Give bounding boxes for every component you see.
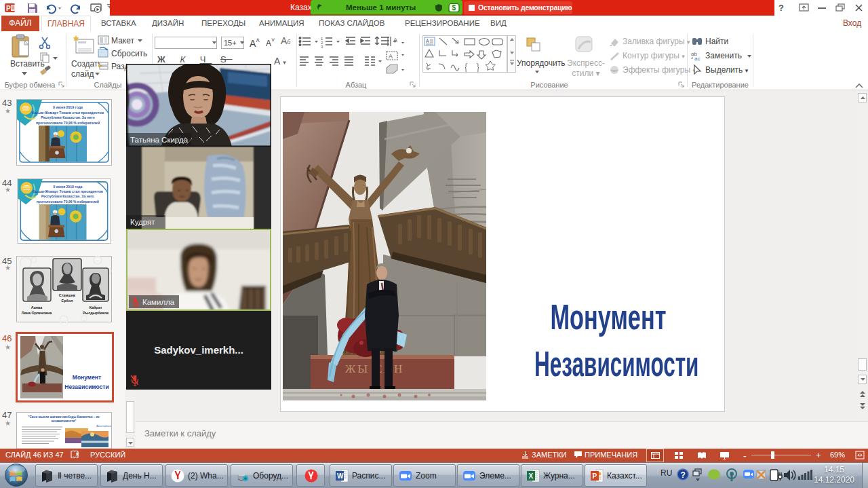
svg-text:Рысдырбеков: Рысдырбеков: [83, 311, 109, 315]
svg-text:?: ?: [681, 470, 686, 480]
svg-text:A: A: [393, 37, 397, 43]
svg-text:Камилла: Камилла: [142, 298, 175, 306]
svg-text:Республики Казахстан. За него: Республики Казахстан. За него: [41, 194, 94, 198]
svg-text:9 июня 2019 года: 9 июня 2019 года: [53, 185, 82, 189]
svg-text:P: P: [6, 5, 11, 12]
svg-text:А: А: [426, 39, 429, 43]
svg-text:Стамшев: Стамшев: [59, 293, 76, 297]
svg-text:9 июня 2019 года: 9 июня 2019 года: [53, 105, 83, 109]
svg-text:Кайрат: Кайрат: [90, 305, 102, 309]
svg-text:Касым-Жомарт Токаев стал прези: Касым-Жомарт Токаев стал президентом: [32, 111, 104, 115]
svg-text:независимости": независимости": [51, 419, 76, 423]
svg-text:P: P: [593, 472, 597, 480]
svg-text:Абылайхан: Абылайхан: [96, 424, 112, 428]
svg-text:X: X: [529, 472, 534, 480]
svg-text:Вставить: Вставить: [10, 59, 45, 69]
svg-text:Аанва: Аанва: [31, 305, 43, 309]
svg-text:A: A: [389, 53, 393, 60]
svg-text:Кудрят: Кудрят: [130, 218, 155, 226]
svg-text:3: 3: [321, 45, 323, 49]
svg-text:Татьяна Скирда: Татьяна Скирда: [130, 136, 189, 144]
svg-text:слайд: слайд: [71, 69, 94, 79]
svg-text:Ербол: Ербол: [62, 299, 73, 303]
svg-text:Меньше 1 минуты: Меньше 1 минуты: [346, 3, 416, 12]
svg-text:Лина Орленовна: Лина Орленовна: [22, 311, 53, 315]
svg-text:$: $: [452, 4, 456, 12]
svg-text:проголосовали 70,96 % избирате: проголосовали 70,96 % избирателей: [37, 200, 99, 204]
svg-text:Сбросить: Сбросить: [111, 49, 147, 58]
svg-text:ac: ac: [694, 56, 700, 61]
svg-text:Независимости: Независимости: [64, 383, 108, 390]
svg-text:проголосовали 70,96 % избирате: проголосовали 70,96 % избирателей: [36, 121, 100, 125]
svg-text:Макет: Макет: [111, 36, 134, 45]
svg-text:Касым-Жомарт Токаев стал прези: Касым-Жомарт Токаев стал президентом: [33, 189, 103, 193]
svg-text:W: W: [337, 472, 344, 480]
svg-text:Монумент: Монумент: [73, 374, 101, 381]
svg-text:Республики Казахстан. За него: Республики Казахстан. За него: [41, 115, 94, 119]
svg-text:"Свои мысли шагами свободы Каз: "Свои мысли шагами свободы Казахстан – и…: [28, 415, 100, 419]
